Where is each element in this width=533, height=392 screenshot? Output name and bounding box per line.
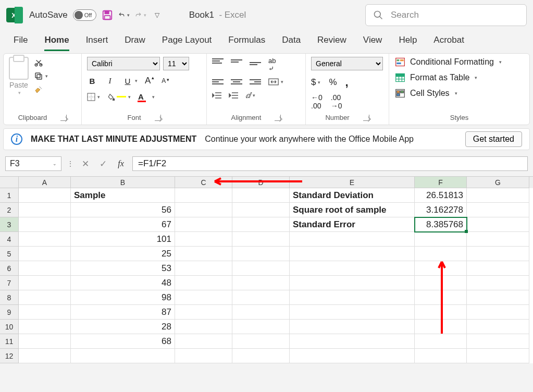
cell[interactable]: Standard Error xyxy=(290,217,415,232)
formula-input[interactable]: =F1/F2 xyxy=(132,156,528,171)
row-header[interactable]: 10 xyxy=(0,320,19,334)
cell[interactable]: 56 xyxy=(71,203,175,217)
increase-font-button[interactable]: A▴ xyxy=(145,76,154,86)
percent-button[interactable]: % xyxy=(329,77,337,88)
cell[interactable] xyxy=(467,188,529,203)
cell[interactable] xyxy=(232,203,290,217)
cell[interactable] xyxy=(467,334,529,349)
cell[interactable] xyxy=(290,290,415,305)
row-header[interactable]: 1 xyxy=(0,188,19,203)
cell[interactable] xyxy=(19,334,71,349)
cell[interactable] xyxy=(467,305,529,320)
cell[interactable] xyxy=(175,261,232,276)
cell[interactable] xyxy=(19,232,71,247)
cell[interactable] xyxy=(232,334,290,349)
number-format-select[interactable]: General xyxy=(311,57,383,70)
autosave-toggle[interactable]: Off xyxy=(73,9,96,21)
column-header[interactable]: G xyxy=(467,177,529,188)
wrap-text-button[interactable]: ab⤶ xyxy=(268,57,276,72)
cell[interactable] xyxy=(19,261,71,276)
cell[interactable] xyxy=(232,188,290,203)
cell[interactable] xyxy=(290,276,415,290)
tab-help[interactable]: Help xyxy=(399,30,417,51)
cell[interactable] xyxy=(175,290,232,305)
spreadsheet-grid[interactable]: ABCDEFG 1SampleStandard Deviation26.5181… xyxy=(0,176,533,363)
cell[interactable]: 48 xyxy=(71,276,175,290)
paste-button[interactable]: Paste▾ xyxy=(9,57,29,95)
cell[interactable] xyxy=(175,203,232,217)
cell-styles-button[interactable]: Cell Styles▾ xyxy=(394,88,524,99)
tab-formulas[interactable]: Formulas xyxy=(228,30,265,51)
cell[interactable] xyxy=(19,276,71,290)
cell[interactable]: 28 xyxy=(71,320,175,334)
select-all-corner[interactable] xyxy=(0,177,19,188)
italic-button[interactable]: I xyxy=(105,77,115,85)
cell[interactable] xyxy=(175,334,232,349)
row-header[interactable]: 8 xyxy=(0,290,19,305)
row-header[interactable]: 12 xyxy=(0,349,19,363)
cell[interactable]: Standard Deviation xyxy=(290,188,415,203)
comma-button[interactable]: , xyxy=(345,76,349,89)
cell[interactable] xyxy=(175,320,232,334)
cell[interactable] xyxy=(415,349,467,363)
cell[interactable] xyxy=(290,305,415,320)
row-header[interactable]: 3 xyxy=(0,217,19,232)
row-header[interactable]: 5 xyxy=(0,247,19,261)
cell[interactable] xyxy=(232,261,290,276)
cell[interactable] xyxy=(175,232,232,247)
cell[interactable] xyxy=(175,188,232,203)
column-header[interactable]: A xyxy=(19,177,71,188)
cell[interactable] xyxy=(19,349,71,363)
cell[interactable] xyxy=(175,217,232,232)
cell[interactable] xyxy=(290,334,415,349)
tab-page-layout[interactable]: Page Layout xyxy=(162,30,212,51)
tab-home[interactable]: Home xyxy=(44,30,69,51)
cell[interactable]: 25 xyxy=(71,247,175,261)
cell[interactable] xyxy=(232,217,290,232)
align-middle-button[interactable] xyxy=(231,57,242,65)
cell[interactable] xyxy=(467,261,529,276)
cell[interactable]: 87 xyxy=(71,305,175,320)
tab-insert[interactable]: Insert xyxy=(86,30,108,51)
row-header[interactable]: 9 xyxy=(0,305,19,320)
row-header[interactable]: 6 xyxy=(0,261,19,276)
cell[interactable] xyxy=(232,305,290,320)
cell[interactable]: Square root of sample xyxy=(290,203,415,217)
cell[interactable]: 101 xyxy=(71,232,175,247)
align-bottom-button[interactable] xyxy=(250,57,261,65)
cell[interactable] xyxy=(232,320,290,334)
align-top-button[interactable] xyxy=(212,57,224,65)
dialog-launcher-icon[interactable] xyxy=(60,115,67,121)
tab-file[interactable]: File xyxy=(14,30,28,51)
cell[interactable] xyxy=(467,232,529,247)
cell[interactable]: 68 xyxy=(71,334,175,349)
dialog-launcher-icon[interactable] xyxy=(155,115,161,121)
cell[interactable] xyxy=(467,217,529,232)
font-size-select[interactable]: 11 xyxy=(163,57,189,70)
accounting-button[interactable]: $▾ xyxy=(311,77,320,88)
cell[interactable] xyxy=(175,305,232,320)
merge-button[interactable]: ▾ xyxy=(268,78,283,86)
cell[interactable] xyxy=(415,232,467,247)
conditional-formatting-button[interactable]: Conditional Formatting▾ xyxy=(394,57,524,67)
cut-button[interactable] xyxy=(34,58,48,67)
tab-acrobat[interactable]: Acrobat xyxy=(433,30,464,51)
align-center-button[interactable] xyxy=(231,78,242,86)
cell[interactable]: 98 xyxy=(71,290,175,305)
cell[interactable] xyxy=(19,305,71,320)
cell[interactable]: 26.51813 xyxy=(415,188,467,203)
cell[interactable] xyxy=(290,232,415,247)
cell[interactable] xyxy=(232,232,290,247)
increase-indent-button[interactable] xyxy=(229,91,238,100)
cell[interactable] xyxy=(290,320,415,334)
cell[interactable] xyxy=(290,349,415,363)
tab-draw[interactable]: Draw xyxy=(125,30,145,51)
cell[interactable] xyxy=(175,276,232,290)
enter-formula-button[interactable]: ✓ xyxy=(97,157,109,170)
cell[interactable] xyxy=(232,247,290,261)
cell[interactable] xyxy=(467,247,529,261)
cell[interactable] xyxy=(19,247,71,261)
tab-data[interactable]: Data xyxy=(282,30,301,51)
cell[interactable] xyxy=(19,203,71,217)
cell[interactable] xyxy=(467,203,529,217)
